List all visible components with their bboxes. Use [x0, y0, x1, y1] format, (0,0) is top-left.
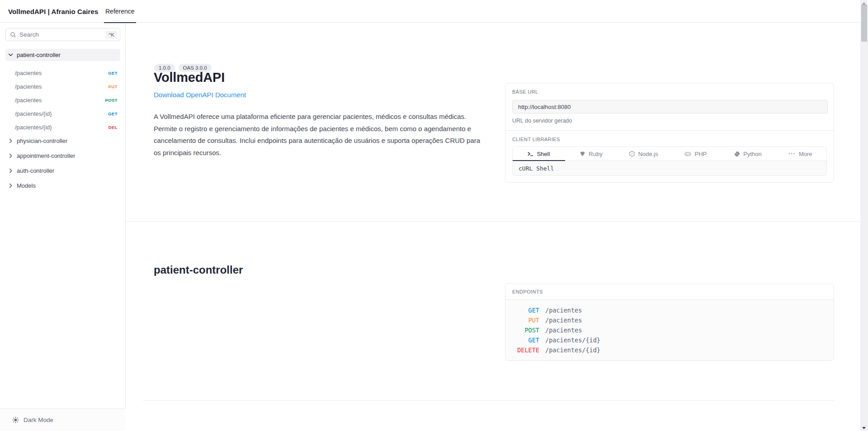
sidebar-item-label: Models	[17, 182, 36, 189]
method-label: DELETE	[512, 345, 539, 355]
search-icon	[10, 32, 16, 38]
vertical-scrollbar[interactable]	[860, 0, 868, 431]
scroll-down-arrow-icon[interactable]	[862, 427, 866, 429]
base-url-label: BASE URL	[512, 89, 827, 95]
method-badge: POST	[105, 98, 118, 103]
sidebar-item-models[interactable]: Models	[5, 179, 120, 192]
method-badge: DEL	[108, 125, 118, 130]
chevron-right-icon	[8, 182, 14, 189]
sidebar-item-auth-controller[interactable]: auth-controller	[5, 164, 120, 177]
tab-reference[interactable]: Reference	[104, 0, 136, 23]
endpoint-link-pacientes-id-get[interactable]: GET /pacientes/{id}	[512, 335, 827, 345]
sidebar-item-patient-controller[interactable]: patient-controller	[5, 49, 120, 61]
chevron-right-icon	[8, 152, 14, 159]
endpoint-link-pacientes-post[interactable]: POST /pacientes	[512, 325, 827, 335]
client-library-tabs: Shell Ruby Node.js	[513, 147, 826, 161]
endpoints-card-body: GET /pacientes PUT /pacientes POST /paci…	[505, 300, 834, 360]
method-badge: GET	[108, 111, 118, 116]
endpoint-path: /pacientes/{id}	[15, 110, 108, 117]
sidebar-item-label: auth-controller	[17, 167, 54, 174]
sidebar-nav: patient-controller /pacientes GET /pacie…	[5, 49, 120, 192]
endpoints-label: ENDPOINTS	[512, 289, 543, 294]
terminal-icon	[528, 151, 533, 157]
endpoint-path: /pacientes/{id}	[15, 124, 108, 131]
client-libraries-label: CLIENT LIBRARIES	[512, 137, 827, 142]
client-libraries-section: CLIENT LIBRARIES Shell Ruby	[505, 130, 834, 182]
tab-ruby[interactable]: Ruby	[565, 147, 618, 161]
scrollbar-thumb[interactable]	[861, 5, 867, 42]
dark-mode-label: Dark Mode	[24, 417, 53, 423]
path-label: /pacientes	[545, 325, 582, 335]
sidebar-endpoint-pacientes-id-get[interactable]: /pacientes/{id} GET	[5, 107, 120, 120]
sidebar-endpoint-pacientes-id-delete[interactable]: /pacientes/{id} DEL	[5, 120, 120, 134]
chevron-right-icon	[8, 167, 14, 174]
path-label: /pacientes/{id}	[545, 335, 600, 345]
method-badge: GET	[108, 71, 118, 76]
python-icon	[734, 151, 740, 157]
method-label: GET	[512, 305, 539, 315]
endpoint-path: /pacientes	[15, 83, 108, 90]
code-sample[interactable]: cURL Shell	[513, 161, 826, 175]
endpoint-link-pacientes-get[interactable]: GET /pacientes	[512, 305, 827, 315]
tab-label: PHP	[694, 151, 707, 157]
client-libraries-box: Shell Ruby Node.js	[512, 147, 827, 176]
app-title: VollmedAPI | Afranio Caires	[8, 0, 98, 23]
api-description: A VollmedAPI oferece uma plataforma efic…	[154, 111, 482, 159]
search-placeholder: Search	[19, 31, 106, 38]
method-badge: PUT	[108, 84, 118, 89]
tab-label: More	[799, 151, 812, 157]
path-label: /pacientes/{id}	[545, 345, 600, 355]
php-icon	[684, 151, 691, 157]
method-label: POST	[512, 325, 539, 335]
tab-label: Ruby	[589, 151, 602, 157]
tab-shell[interactable]: Shell	[513, 147, 565, 161]
search-shortcut-badge: ^K	[106, 31, 117, 39]
sidebar-endpoint-pacientes-post[interactable]: /pacientes POST	[5, 93, 120, 107]
endpoint-path: /pacientes	[15, 70, 108, 76]
tab-label: Shell	[537, 151, 550, 157]
base-url-input[interactable]	[512, 100, 828, 114]
method-label: PUT	[512, 315, 539, 325]
endpoint-link-pacientes-id-delete[interactable]: DELETE /pacientes/{id}	[512, 345, 827, 355]
sidebar-item-physician-controller[interactable]: physician-controller	[5, 134, 120, 147]
ruby-gem-icon	[580, 151, 585, 157]
tab-python[interactable]: Python	[722, 147, 774, 161]
endpoint-path: /pacientes	[15, 97, 105, 104]
more-dots-icon: ···	[788, 152, 796, 156]
sidebar-item-appointment-controller[interactable]: appointment-controller	[5, 149, 120, 162]
endpoints-card-header: ENDPOINTS	[505, 284, 834, 300]
method-label: GET	[512, 335, 539, 345]
download-openapi-link[interactable]: Download OpenAPI Document	[154, 91, 246, 99]
path-label: /pacientes	[545, 315, 582, 325]
sidebar-endpoint-pacientes-get[interactable]: /pacientes GET	[5, 66, 120, 80]
dark-mode-toggle[interactable]: Dark Mode	[0, 408, 126, 431]
subsection-divider	[143, 400, 834, 401]
section-divider	[126, 221, 860, 222]
sidebar-endpoint-pacientes-put[interactable]: /pacientes PUT	[5, 80, 120, 93]
search-input[interactable]: Search ^K	[5, 28, 120, 41]
tab-nodejs[interactable]: Node.js	[617, 147, 670, 161]
endpoints-card: ENDPOINTS GET /pacientes PUT /pacientes …	[505, 283, 834, 361]
base-url-help: URL do servidor gerado	[512, 118, 827, 124]
path-label: /pacientes	[545, 305, 582, 315]
section-title-patient-controller: patient-controller	[154, 264, 243, 276]
top-header: VollmedAPI | Afranio Caires Reference	[0, 0, 860, 23]
base-url-section: BASE URL URL do servidor gerado	[505, 83, 834, 130]
chevron-down-icon	[8, 52, 14, 58]
sun-icon	[12, 417, 19, 423]
page-title: VollmedAPI	[154, 70, 225, 85]
sidebar-item-label: appointment-controller	[17, 152, 75, 159]
tab-php[interactable]: PHP	[670, 147, 722, 161]
chevron-right-icon	[8, 137, 14, 144]
nodejs-hexagon-icon	[629, 151, 635, 157]
sidebar-item-label: patient-controller	[17, 52, 61, 58]
tab-more[interactable]: ··· More	[774, 147, 826, 161]
server-card: BASE URL URL do servidor gerado CLIENT L…	[505, 83, 834, 183]
tab-label: Node.js	[638, 151, 658, 157]
tab-label: Python	[743, 151, 761, 157]
sidebar-item-label: physician-controller	[17, 137, 67, 144]
sidebar: Search ^K patient-controller /pacientes …	[0, 23, 126, 408]
endpoint-link-pacientes-put[interactable]: PUT /pacientes	[512, 315, 827, 325]
